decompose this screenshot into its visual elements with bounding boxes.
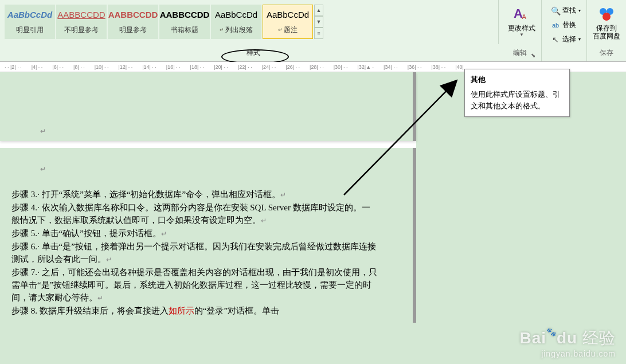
document-page-end: ↵ xyxy=(0,72,416,141)
editing-group: 🔍 查找 ▾ ab 替换 ↖ 选择 ▾ xyxy=(541,0,586,61)
style-label: ↵列出段落 xyxy=(220,23,253,37)
style-label: ↵题注 xyxy=(278,23,298,37)
style-preview: AaBbCcDd xyxy=(5,7,54,23)
style-item-caption[interactable]: AaBbCcDd ↵题注 xyxy=(263,5,313,39)
gallery-up-button[interactable]: ▲ xyxy=(314,5,323,16)
svg-text:ᴀ: ᴀ xyxy=(522,11,526,21)
style-item-quote[interactable]: AaBbCcDd 明显引用 xyxy=(5,5,55,39)
style-item-list-para[interactable]: AaBbCcDd ↵列出段落 xyxy=(211,5,261,39)
style-item-intense-ref[interactable]: AABBCCDD 明显参考 xyxy=(108,5,158,39)
save-group: 保存到百度网盘 保存 xyxy=(586,0,626,61)
save-baidu-label: 保存到百度网盘 xyxy=(593,24,620,40)
gallery-down-button[interactable]: ▼ xyxy=(314,16,323,28)
change-styles-icon: Aᴀ xyxy=(512,5,531,23)
styles-tooltip: 其他 使用此样式库设置标题、引文和其他文本的格式。 xyxy=(464,69,570,117)
change-styles-button[interactable]: Aᴀ 更改样式 ▼ xyxy=(506,5,538,37)
style-preview: AABBCCDD xyxy=(57,7,106,23)
select-icon: ↖ xyxy=(551,35,560,44)
style-label: 明显参考 xyxy=(119,23,147,37)
baidu-cloud-icon[interactable] xyxy=(597,5,616,23)
style-item-book-title[interactable]: AABBCCDD 书籍标题 xyxy=(159,5,210,39)
style-label: 不明显参考 xyxy=(64,23,99,37)
replace-icon: ab xyxy=(551,21,560,30)
find-button[interactable]: 🔍 查找 ▾ xyxy=(549,5,583,17)
svg-point-4 xyxy=(602,13,611,21)
style-label: 书籍标题 xyxy=(171,23,198,37)
change-styles-label: 更改样式 xyxy=(508,24,535,32)
tooltip-title: 其他 xyxy=(471,74,564,85)
group-label-save: 保存 xyxy=(587,48,626,58)
select-button[interactable]: ↖ 选择 ▾ xyxy=(549,33,583,45)
style-preview: AaBbCcDd xyxy=(212,7,261,23)
tooltip-body: 使用此样式库设置标题、引文和其他文本的格式。 xyxy=(471,89,564,112)
replace-button[interactable]: ab 替换 xyxy=(549,19,583,31)
document-page[interactable]: ↵ 步骤 3.· 打开“系统”菜单，选择“初始化数据库”命令，弹出相应对话框。↵… xyxy=(0,148,416,323)
style-preview: AABBCCDD xyxy=(108,7,158,23)
document-text: 步骤 3.· 打开“系统”菜单，选择“初始化数据库”命令，弹出相应对话框。↵ 步… xyxy=(11,188,378,317)
find-label: 查找 xyxy=(562,6,576,15)
style-preview: AABBCCDD xyxy=(160,7,209,23)
style-item-subtle-ref[interactable]: AABBCCDD 不明显参考 xyxy=(56,5,107,39)
style-preview: AaBbCcDd xyxy=(263,7,312,23)
find-icon: 🔍 xyxy=(551,6,560,15)
style-label: 明显引用 xyxy=(16,23,44,37)
group-label-styles: 样式 xyxy=(247,48,260,58)
gallery-expand-button[interactable]: ≡ xyxy=(314,28,323,39)
replace-label: 替换 xyxy=(562,20,576,30)
select-label: 选择 xyxy=(562,34,576,44)
